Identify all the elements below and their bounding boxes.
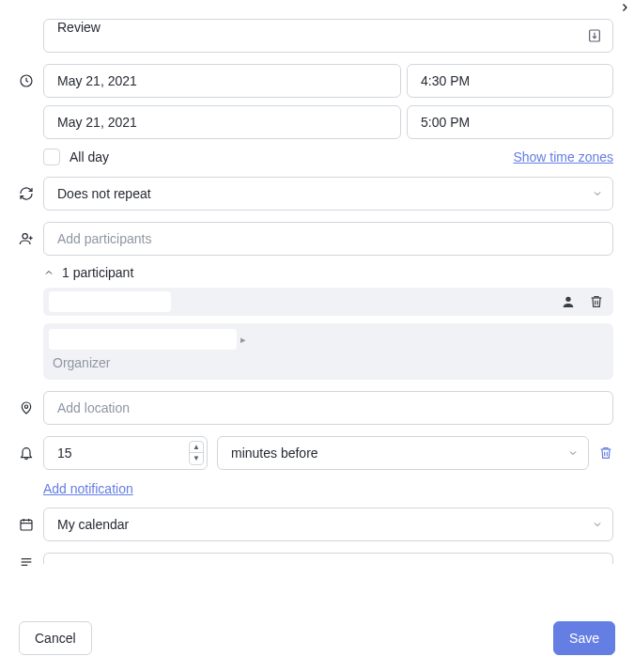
title-value: Review: [57, 20, 101, 35]
contact-icon[interactable]: [561, 294, 576, 309]
all-day-label: All day: [70, 149, 109, 164]
end-time-input[interactable]: 5:00 PM: [407, 105, 613, 139]
notification-unit-value: minutes before: [231, 445, 318, 461]
expand-arrow-icon[interactable]: [619, 2, 630, 13]
calendar-select[interactable]: My calendar: [43, 508, 613, 541]
participants-input[interactable]: Add participants: [43, 222, 613, 256]
participants-summary: 1 participant: [62, 265, 133, 280]
cancel-label: Cancel: [35, 631, 76, 646]
chevron-up-icon: [43, 267, 54, 278]
organizer-row: ▸ Organizer: [43, 323, 613, 380]
stepper-down[interactable]: ▼: [190, 453, 203, 464]
end-time-value: 5:00 PM: [421, 115, 470, 130]
calendar-icon: [19, 508, 43, 532]
repeat-value: Does not repeat: [57, 186, 151, 201]
cancel-button[interactable]: Cancel: [19, 621, 92, 655]
participant-chip[interactable]: [49, 291, 171, 312]
checkbox-box: [43, 148, 60, 165]
stepper-up[interactable]: ▲: [190, 442, 203, 453]
location-icon: [19, 391, 43, 415]
svg-point-6: [565, 297, 570, 302]
participants-placeholder: Add participants: [57, 231, 151, 246]
save-label: Save: [569, 631, 599, 646]
clock-icon: [19, 64, 43, 88]
svg-rect-12: [21, 520, 32, 530]
chip-caret-icon: ▸: [240, 335, 246, 345]
chevron-down-icon: [592, 188, 603, 199]
svg-point-9: [24, 405, 27, 408]
save-button[interactable]: Save: [553, 621, 615, 655]
start-date-input[interactable]: May 21, 2021: [43, 64, 401, 98]
notification-icon: [19, 436, 43, 461]
delete-notification-button[interactable]: [598, 445, 613, 461]
end-date-input[interactable]: May 21, 2021: [43, 105, 401, 139]
notification-unit-select[interactable]: minutes before: [217, 436, 589, 470]
show-timezones-link[interactable]: Show time zones: [513, 149, 613, 164]
add-notification-link[interactable]: Add notification: [43, 481, 133, 496]
all-day-checkbox[interactable]: All day: [43, 148, 109, 165]
start-time-input[interactable]: 4:30 PM: [407, 64, 613, 98]
remove-participant-icon[interactable]: [589, 294, 604, 309]
description-icon: [19, 553, 43, 570]
organizer-label: Organizer: [49, 350, 604, 372]
svg-point-3: [23, 234, 27, 239]
number-stepper: ▲ ▼: [189, 441, 204, 465]
start-date-value: May 21, 2021: [57, 73, 137, 88]
calendar-value: My calendar: [57, 517, 129, 532]
participant-row: [43, 288, 613, 316]
participants-toggle[interactable]: 1 participant: [43, 265, 613, 280]
repeat-icon: [19, 177, 43, 201]
title-input[interactable]: Review: [43, 19, 613, 53]
repeat-select[interactable]: Does not repeat: [43, 177, 613, 211]
save-title-icon[interactable]: [583, 24, 606, 47]
description-input[interactable]: Add description: [43, 553, 613, 564]
end-date-value: May 21, 2021: [57, 115, 137, 130]
organizer-chip[interactable]: [49, 329, 237, 350]
chevron-down-icon: [567, 447, 579, 459]
notification-value: 15: [57, 445, 72, 461]
footer-bar: Cancel Save: [0, 604, 634, 672]
description-placeholder: Add description: [57, 563, 148, 565]
participants-icon: [19, 222, 43, 246]
location-placeholder: Add location: [57, 400, 130, 415]
notification-value-input[interactable]: 15: [43, 436, 208, 470]
location-input[interactable]: Add location: [43, 391, 613, 425]
chevron-down-icon: [592, 519, 603, 530]
start-time-value: 4:30 PM: [421, 73, 470, 88]
